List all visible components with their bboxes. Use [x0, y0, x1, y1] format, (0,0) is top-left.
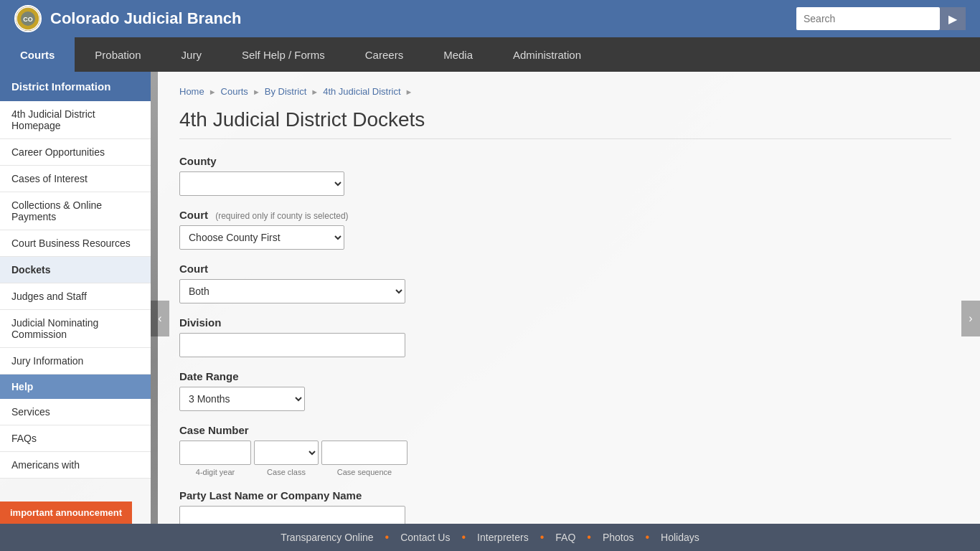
case-class-group: CV CR DR Case class	[254, 441, 319, 476]
breadcrumb-arrow-2: ►	[253, 88, 260, 96]
svg-text:CO: CO	[23, 16, 33, 23]
court-county-select[interactable]: Choose County First	[179, 225, 344, 250]
sidebar-item-judges-staff[interactable]: Judges and Staff	[0, 283, 151, 310]
court-note: (required only if county is selected)	[215, 211, 348, 221]
county-label: County	[179, 155, 951, 167]
sidebar-item-americans-with[interactable]: Americans with	[0, 452, 151, 479]
case-seq-group: Case sequence	[321, 441, 407, 476]
footer-dot-5: •	[646, 531, 650, 544]
nav-item-selfhelp[interactable]: Self Help / Forms	[222, 37, 345, 72]
breadcrumb-arrow-1: ►	[209, 88, 217, 96]
main-nav: Courts Probation Jury Self Help / Forms …	[0, 37, 980, 72]
main-wrapper: ‹ District Information 4th Judicial Dist…	[0, 72, 980, 551]
case-number-group: Case Number 4-digit year CV CR DR Case c…	[179, 424, 951, 476]
breadcrumb-home[interactable]: Home	[179, 86, 204, 97]
court-county-label: Court (required only if county is select…	[179, 209, 951, 221]
page-title: 4th Judicial District Dockets	[179, 108, 951, 139]
case-seq-input[interactable]	[321, 441, 407, 465]
sidebar-item-court-business[interactable]: Court Business Resources	[0, 230, 151, 257]
search-bar: ▶	[796, 7, 966, 30]
division-input[interactable]	[179, 333, 405, 357]
header: CO Colorado Judicial Branch ▶	[0, 0, 980, 37]
division-group: Division	[179, 316, 951, 357]
sidebar-item-cases-of-interest[interactable]: Cases of Interest	[0, 166, 151, 192]
logo-icon: CO	[14, 5, 42, 32]
case-year-label: 4-digit year	[179, 468, 251, 476]
date-range-label: Date Range	[179, 370, 951, 382]
footer-bar: Transparency Online • Contact Us • Inter…	[0, 524, 980, 551]
sidebar-item-dockets[interactable]: Dockets	[0, 257, 151, 283]
case-year-input[interactable]	[179, 441, 251, 465]
footer-dot-3: •	[540, 531, 545, 544]
sidebar-section-title: District Information	[0, 72, 151, 101]
nav-item-jury[interactable]: Jury	[161, 37, 222, 72]
case-class-label: Case class	[254, 468, 319, 476]
case-number-label: Case Number	[179, 424, 951, 436]
sidebar-help-header[interactable]: Help	[0, 375, 151, 399]
main-content: Home ► Courts ► By District ► 4th Judici…	[158, 72, 980, 551]
case-seq-label: Case sequence	[321, 468, 407, 476]
footer-link-contact[interactable]: Contact Us	[400, 532, 450, 543]
header-logo: CO Colorado Judicial Branch	[14, 5, 242, 32]
case-number-row: 4-digit year CV CR DR Case class Case se…	[179, 441, 951, 476]
sidebar: District Information 4th Judicial Distri…	[0, 72, 151, 551]
footer-dot-2: •	[461, 531, 466, 544]
court-county-group: Court (required only if county is select…	[179, 209, 951, 250]
search-button[interactable]: ▶	[940, 7, 966, 30]
nav-item-administration[interactable]: Administration	[493, 37, 601, 72]
important-announcement-banner[interactable]: important announcement	[0, 501, 132, 524]
sidebar-item-judicial-nominating[interactable]: Judicial Nominating Commission	[0, 310, 151, 348]
footer-link-interpreters[interactable]: Interpreters	[477, 532, 529, 543]
breadcrumb-courts[interactable]: Courts	[221, 86, 248, 97]
search-input[interactable]	[796, 7, 940, 30]
case-class-select[interactable]: CV CR DR	[254, 441, 319, 465]
right-arrow-button[interactable]: ›	[961, 301, 980, 336]
sidebar-item-faqs[interactable]: FAQs	[0, 425, 151, 452]
nav-item-courts[interactable]: Courts	[0, 37, 75, 72]
court-label: Court	[179, 263, 951, 275]
nav-item-probation[interactable]: Probation	[75, 37, 161, 72]
division-label: Division	[179, 316, 951, 329]
footer-link-holidays[interactable]: Holidays	[661, 532, 699, 543]
breadcrumb: Home ► Courts ► By District ► 4th Judici…	[179, 86, 951, 97]
nav-item-media[interactable]: Media	[423, 37, 493, 72]
sidebar-item-jury-information[interactable]: Jury Information	[0, 348, 151, 375]
site-title: Colorado Judicial Branch	[50, 9, 242, 28]
breadcrumb-by-district[interactable]: By District	[265, 86, 307, 97]
search-arrow-icon: ▶	[948, 12, 957, 26]
case-year-group: 4-digit year	[179, 441, 251, 476]
date-range-group: Date Range 3 Months 1 Month 6 Months 1 Y…	[179, 370, 951, 411]
date-range-select[interactable]: 3 Months 1 Month 6 Months 1 Year	[179, 387, 305, 411]
court-group: Court Both District Court County Court	[179, 263, 951, 303]
footer-link-faq[interactable]: FAQ	[555, 532, 575, 543]
county-group: County El Paso Teller	[179, 155, 951, 196]
footer-dot-1: •	[385, 531, 390, 544]
breadcrumb-4th-judicial[interactable]: 4th Judicial District	[323, 86, 400, 97]
footer-dot-4: •	[587, 531, 591, 544]
sidebar-item-career-opportunities[interactable]: Career Opportunities	[0, 139, 151, 166]
sidebar-item-district-homepage[interactable]: 4th Judicial District Homepage	[0, 101, 151, 139]
footer-link-photos[interactable]: Photos	[603, 532, 634, 543]
court-select[interactable]: Both District Court County Court	[179, 279, 405, 303]
county-select[interactable]: El Paso Teller	[179, 171, 344, 196]
breadcrumb-arrow-4: ►	[405, 88, 413, 96]
breadcrumb-arrow-3: ►	[311, 88, 319, 96]
party-label: Party Last Name or Company Name	[179, 489, 951, 501]
footer-link-transparency[interactable]: Transparency Online	[281, 532, 373, 543]
sidebar-item-services[interactable]: Services	[0, 399, 151, 425]
left-arrow-button[interactable]: ‹	[151, 301, 169, 336]
sidebar-item-collections[interactable]: Collections & Online Payments	[0, 192, 151, 230]
nav-item-careers[interactable]: Careers	[345, 37, 423, 72]
